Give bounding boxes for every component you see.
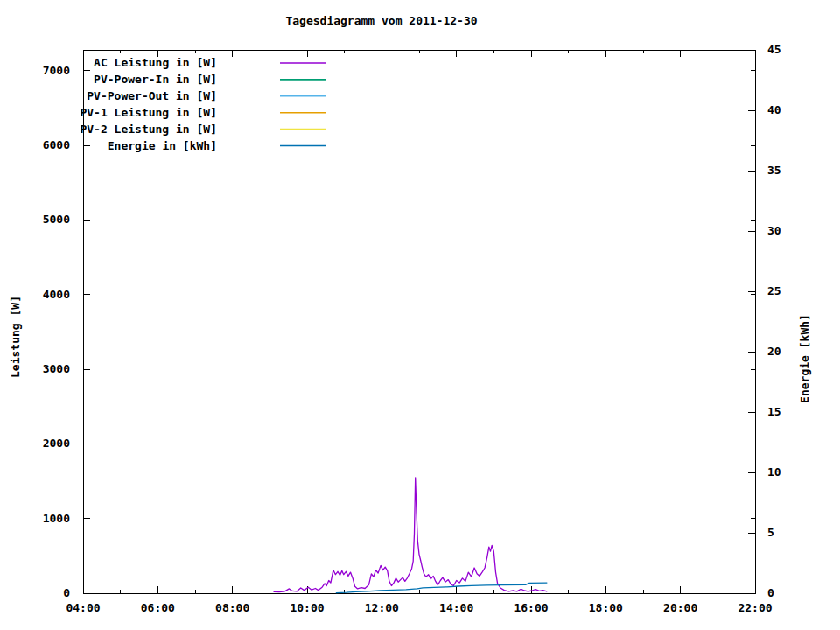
- plot-area: 04:0006:0008:0010:0012:0014:0016:0018:00…: [0, 0, 840, 630]
- x-tick-label: 16:00: [514, 601, 548, 614]
- y2-tick-label: 20: [767, 345, 781, 358]
- x-tick-label: 22:00: [738, 601, 772, 614]
- y2-tick-label: 45: [767, 43, 781, 56]
- x-tick-label: 14:00: [439, 601, 473, 614]
- y2-tick-label: 30: [767, 224, 781, 237]
- legend-label: PV-1 Leistung in [W]: [80, 106, 217, 119]
- legend-label: PV-Power-Out in [W]: [87, 89, 217, 102]
- series-ac-leistung-in-w: [274, 478, 547, 592]
- y-tick-label: 6000: [43, 138, 70, 151]
- y2-tick-label: 10: [767, 466, 781, 479]
- y2-tick-label: 35: [767, 164, 781, 177]
- x-tick-label: 04:00: [66, 601, 100, 614]
- x-tick-label: 12:00: [365, 601, 399, 614]
- y2-tick-label: 25: [767, 284, 781, 298]
- x-tick-label: 20:00: [663, 601, 697, 614]
- x-tick-label: 06:00: [141, 601, 175, 614]
- legend-label: PV-2 Leistung in [W]: [80, 122, 217, 136]
- y-tick-label: 2000: [43, 437, 70, 450]
- x-tick-label: 10:00: [290, 601, 324, 614]
- y-tick-label: 5000: [43, 213, 70, 226]
- legend-label: Energie in [kWh]: [108, 139, 217, 152]
- y2-tick-label: 15: [767, 405, 781, 418]
- y-tick-label: 4000: [43, 288, 70, 301]
- legend-label: PV-Power-In in [W]: [94, 73, 217, 86]
- legend-label: AC Leistung in [W]: [94, 56, 217, 69]
- y2-tick-label: 5: [767, 526, 774, 539]
- x-tick-label: 18:00: [589, 601, 623, 614]
- y-tick-label: 1000: [43, 512, 70, 525]
- y-tick-label: 3000: [43, 362, 70, 375]
- y-tick-label: 7000: [43, 64, 70, 77]
- y2-tick-label: 0: [767, 586, 774, 599]
- y-tick-label: 0: [63, 586, 70, 599]
- chart-canvas: Tagesdiagramm vom 2011-12-30 Leistung [W…: [0, 0, 840, 630]
- x-tick-label: 08:00: [215, 601, 249, 614]
- y2-tick-label: 40: [767, 103, 781, 116]
